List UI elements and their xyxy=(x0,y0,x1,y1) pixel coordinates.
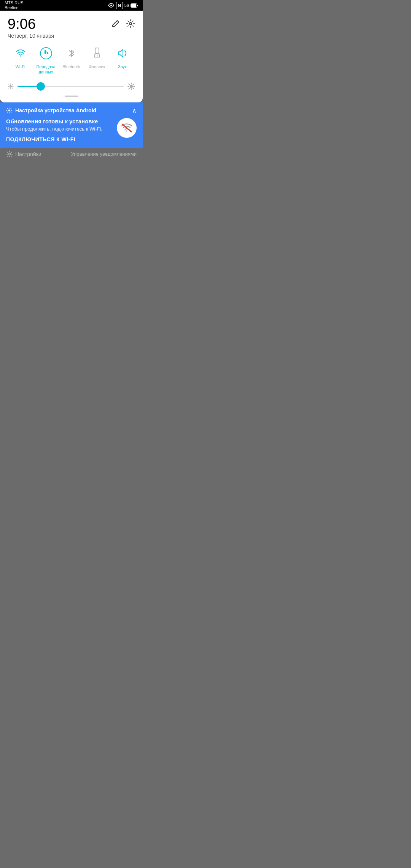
sound-label: Звук xyxy=(118,64,127,69)
qs-handle-bar xyxy=(65,96,78,97)
battery-indicator: 56 xyxy=(124,3,129,8)
svg-rect-3 xyxy=(137,5,138,6)
notif-settings-label: Настройки xyxy=(15,151,41,157)
qs-toggles: Wi-Fi Передача данных xyxy=(8,45,135,75)
data-label-line1: Передача xyxy=(36,64,55,69)
flashlight-icon xyxy=(89,45,105,62)
brightness-thumb xyxy=(37,82,45,91)
qs-time: 9:06 xyxy=(8,17,54,31)
svg-point-20 xyxy=(130,85,133,88)
settings-gear-icon[interactable] xyxy=(126,19,135,28)
notif-chevron-icon[interactable]: ∧ xyxy=(132,107,137,114)
flashlight-label: Фонарик xyxy=(89,64,105,69)
notif-main-text: Обновления готовы к установке xyxy=(6,118,113,124)
toggle-sound[interactable]: Звук xyxy=(112,45,133,75)
notif-gear-icon xyxy=(6,107,12,113)
notif-settings-row[interactable]: Настройки xyxy=(6,151,41,158)
toggle-data[interactable]: Передача данных xyxy=(35,45,57,75)
qs-handle[interactable] xyxy=(8,92,135,97)
svg-line-17 xyxy=(12,88,13,88)
notif-text-area: Обновления готовы к установке Чтобы прод… xyxy=(6,118,113,142)
notification-card: Настройка устройства Android ∧ Обновлени… xyxy=(0,102,143,148)
qs-header: 9:06 Четверг, 10 января xyxy=(8,17,135,39)
brightness-row xyxy=(8,81,135,92)
carrier-info: MTS RUS Beeline xyxy=(5,0,24,10)
toggle-flashlight[interactable]: Фонарик xyxy=(86,45,108,75)
bluetooth-icon xyxy=(63,45,80,62)
svg-rect-2 xyxy=(131,4,136,7)
svg-point-0 xyxy=(110,5,112,6)
notif-sub-text: Чтобы продолжить, подключитесь к Wi-Fi. xyxy=(6,126,113,132)
eye-icon xyxy=(108,3,115,8)
carrier-sub: Beeline xyxy=(5,5,24,10)
bluetooth-label: Bluetooth xyxy=(62,64,80,69)
sound-icon xyxy=(114,45,131,62)
data-label-line2: данных xyxy=(38,69,53,75)
svg-line-18 xyxy=(9,88,9,88)
svg-rect-7 xyxy=(47,52,48,54)
notif-settings-icon xyxy=(6,151,13,158)
toggle-wifi[interactable]: Wi-Fi xyxy=(10,45,31,75)
notif-manage-label[interactable]: Управление уведомлениями xyxy=(71,151,137,157)
qs-time-date: 9:06 Четверг, 10 января xyxy=(8,17,54,39)
notif-body: Обновления готовы к установке Чтобы прод… xyxy=(6,118,137,142)
svg-line-27 xyxy=(129,88,129,89)
svg-line-25 xyxy=(129,84,129,85)
data-icon xyxy=(38,45,54,62)
svg-line-16 xyxy=(9,85,9,85)
battery-icon xyxy=(131,3,138,8)
wifi-crossed-icon xyxy=(117,118,137,138)
svg-point-31 xyxy=(9,153,11,155)
quick-settings-panel: 9:06 Четверг, 10 января xyxy=(0,11,143,102)
brightness-slider[interactable] xyxy=(18,86,124,87)
svg-line-19 xyxy=(12,85,13,85)
nfc-icon: N xyxy=(116,2,123,9)
svg-point-4 xyxy=(129,22,132,25)
status-bar: MTS RUS Beeline N 56 xyxy=(0,0,143,11)
notif-header: Настройка устройства Android ∧ xyxy=(6,107,137,114)
wifi-icon xyxy=(12,45,29,62)
svg-point-29 xyxy=(8,110,10,112)
brightness-high-icon xyxy=(127,83,135,90)
notif-title: Настройка устройства Android xyxy=(15,107,129,113)
carrier-name: MTS RUS xyxy=(5,0,24,5)
edit-icon[interactable] xyxy=(112,19,120,28)
svg-line-26 xyxy=(133,88,134,89)
svg-point-11 xyxy=(10,85,12,88)
svg-rect-9 xyxy=(95,48,99,53)
notif-action-button[interactable]: ПОДКЛЮЧИТЬСЯ К WI-FI xyxy=(6,136,113,142)
brightness-low-icon xyxy=(8,83,14,89)
notif-bottom-bar: Настройки Управление уведомлениями xyxy=(0,148,143,161)
status-icons: N 56 xyxy=(108,2,138,9)
qs-date: Четверг, 10 января xyxy=(8,33,54,39)
toggle-bluetooth[interactable]: Bluetooth xyxy=(61,45,82,75)
svg-line-28 xyxy=(133,84,134,85)
background-content xyxy=(0,161,143,302)
qs-header-icons xyxy=(112,17,135,28)
wifi-label: Wi-Fi xyxy=(16,64,25,69)
